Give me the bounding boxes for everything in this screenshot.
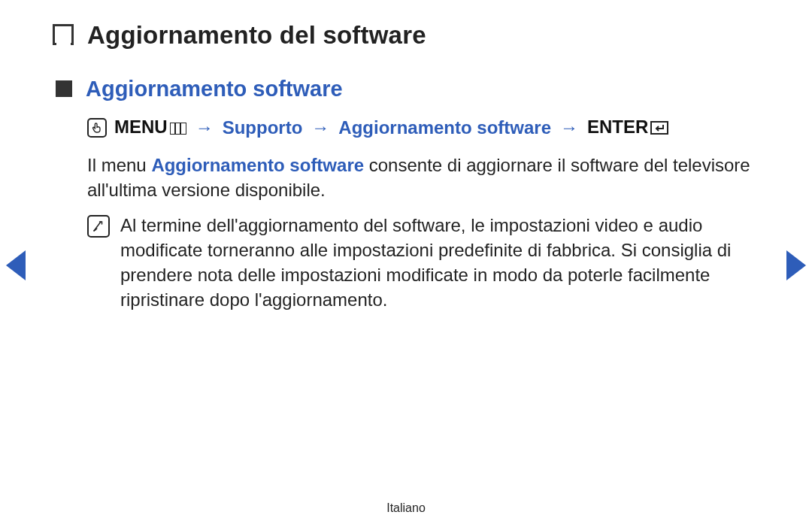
- menu-path: MENU → Supporto → Aggiornamento software…: [87, 117, 759, 139]
- note-row: Al termine dell'aggiornamento del softwa…: [87, 213, 759, 312]
- body-paragraph: Il menu Aggiornamento software consente …: [87, 153, 759, 202]
- note-icon: [87, 215, 110, 238]
- manual-page: Aggiornamento del software Aggiornamento…: [0, 0, 812, 530]
- menu-word: MENU: [114, 117, 168, 137]
- arrow-1: →: [194, 117, 215, 138]
- section-title: Aggiornamento software: [86, 77, 343, 101]
- hand-pointer-icon: [87, 118, 107, 138]
- menu-grid-icon: [170, 118, 186, 139]
- footer-language: Italiano: [0, 501, 812, 515]
- arrow-2: →: [310, 117, 331, 138]
- chapter-bookmark-icon: [53, 24, 74, 45]
- prev-page-arrow[interactable]: [6, 250, 26, 280]
- enter-word: ENTER: [587, 117, 648, 137]
- section-heading-row: Aggiornamento software: [53, 77, 759, 101]
- arrow-3: →: [559, 117, 580, 138]
- path-step-aggiornamento: Aggiornamento software: [338, 117, 551, 138]
- page-title: Aggiornamento del software: [87, 21, 426, 50]
- enter-label: ENTER: [587, 117, 668, 139]
- body-lead-highlight: Aggiornamento software: [151, 155, 364, 175]
- square-bullet-icon: [56, 80, 72, 97]
- enter-return-icon: [650, 118, 668, 139]
- menu-label: MENU: [114, 117, 186, 139]
- note-text: Al termine dell'aggiornamento del softwa…: [120, 213, 759, 312]
- page-heading-row: Aggiornamento del software: [53, 21, 759, 50]
- svg-rect-0: [170, 123, 186, 135]
- body-lead-prefix: Il menu: [87, 155, 151, 175]
- next-page-arrow[interactable]: [786, 250, 806, 280]
- path-step-supporto: Supporto: [223, 117, 303, 138]
